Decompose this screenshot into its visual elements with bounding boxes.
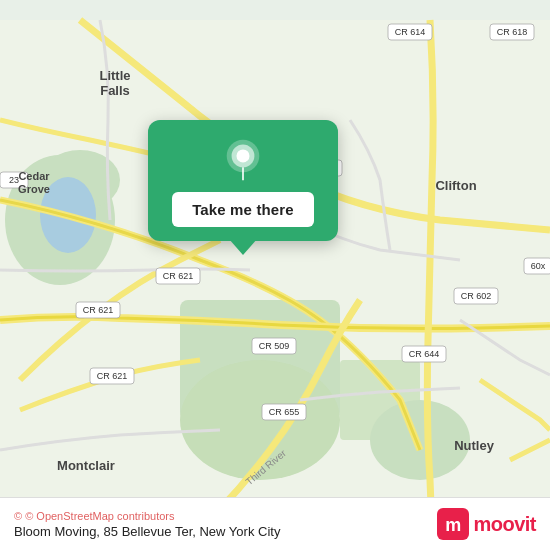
moovit-icon: m <box>437 508 469 540</box>
svg-text:Cedar: Cedar <box>18 170 50 182</box>
popup-card: Take me there <box>148 120 338 241</box>
bottom-left-info: © © OpenStreetMap contributors Bloom Mov… <box>14 510 280 539</box>
bottom-bar: © © OpenStreetMap contributors Bloom Mov… <box>0 497 550 550</box>
moovit-logo: m moovit <box>437 508 536 540</box>
svg-text:CR 655: CR 655 <box>269 407 300 417</box>
svg-text:Montclair: Montclair <box>57 458 115 473</box>
svg-point-42 <box>236 149 249 162</box>
osm-credit: © © OpenStreetMap contributors <box>14 510 280 522</box>
map-background: CR 621 CR 621 CR 621 CR 614 CR 618 CR 60… <box>0 0 550 550</box>
map-container: CR 621 CR 621 CR 621 CR 614 CR 618 CR 60… <box>0 0 550 550</box>
svg-text:CR 509: CR 509 <box>259 341 290 351</box>
svg-text:Grove: Grove <box>18 183 50 195</box>
svg-text:CR 621: CR 621 <box>83 305 114 315</box>
svg-text:Falls: Falls <box>100 83 130 98</box>
svg-text:CR 618: CR 618 <box>497 27 528 37</box>
svg-text:Clifton: Clifton <box>435 178 476 193</box>
address-text: Bloom Moving, 85 Bellevue Ter, New York … <box>14 524 280 539</box>
svg-text:Nutley: Nutley <box>454 438 495 453</box>
svg-text:CR 602: CR 602 <box>461 291 492 301</box>
osm-credit-text: © OpenStreetMap contributors <box>25 510 174 522</box>
location-pin-icon <box>221 138 265 182</box>
svg-text:CR 621: CR 621 <box>97 371 128 381</box>
svg-text:CR 621: CR 621 <box>163 271 194 281</box>
svg-text:CR 644: CR 644 <box>409 349 440 359</box>
moovit-logo-text: moovit <box>473 513 536 536</box>
osm-copyright-symbol: © <box>14 510 22 522</box>
svg-text:60x: 60x <box>531 261 546 271</box>
take-me-there-button[interactable]: Take me there <box>172 192 314 227</box>
svg-text:m: m <box>446 515 462 535</box>
svg-text:CR 614: CR 614 <box>395 27 426 37</box>
svg-text:Little: Little <box>99 68 130 83</box>
